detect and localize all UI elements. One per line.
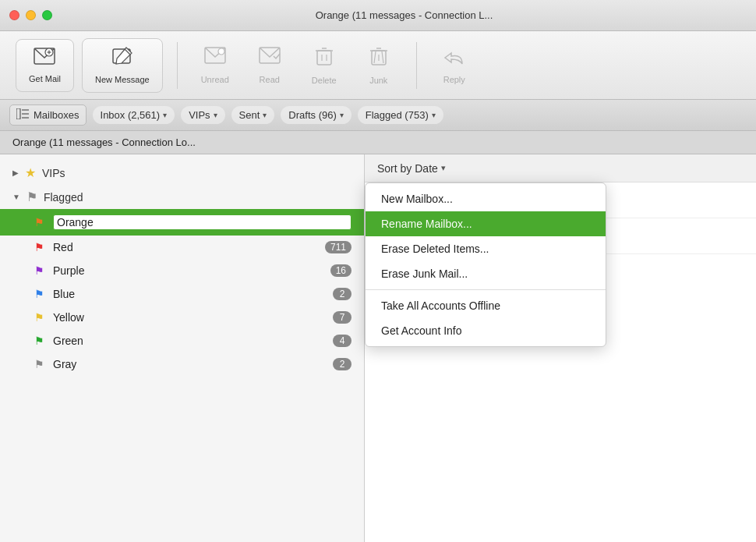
- unread-icon: [204, 47, 226, 70]
- message-list-area: Sort by Date ▾ ⚑ Google Flights Your tra…: [365, 154, 756, 542]
- drafts-pill[interactable]: Drafts (96) ▾: [281, 106, 351, 124]
- vips-triangle-icon: ▶: [12, 168, 19, 177]
- flagged-flag-icon: ⚑: [26, 190, 37, 204]
- green-flag-icon: ⚑: [31, 335, 47, 347]
- unread-label: Unread: [201, 75, 229, 84]
- context-menu-separator: [366, 289, 606, 290]
- vips-section-label: VIPs: [42, 167, 65, 179]
- gray-badge: 2: [333, 358, 352, 370]
- yellow-label: Yellow: [53, 311, 333, 324]
- toolbar-divider-2: [416, 42, 417, 89]
- vips-label: VIPs: [189, 109, 210, 121]
- sort-chevron-icon: ▾: [441, 163, 446, 173]
- sent-pill[interactable]: Sent ▾: [231, 106, 275, 124]
- purple-badge: 16: [330, 264, 352, 277]
- gray-flag-icon: ⚑: [31, 358, 47, 370]
- context-menu-item-get-account-info[interactable]: Get Account Info: [366, 318, 606, 343]
- title-bar: Orange (11 messages - Connection L...: [0, 0, 756, 31]
- sent-label: Sent: [239, 109, 260, 121]
- sidebar-item-gray[interactable]: ⚑ Gray 2: [0, 352, 364, 376]
- svg-line-18: [374, 51, 376, 63]
- toolbar: Get Mail New Message Unread: [0, 31, 756, 100]
- purple-flag-icon: ⚑: [31, 264, 47, 277]
- sent-chevron-icon: ▾: [263, 111, 267, 119]
- read-button[interactable]: Read: [246, 41, 293, 90]
- flagged-label: Flagged (753): [366, 109, 429, 121]
- context-menu-item-erase-junk[interactable]: Erase Junk Mail...: [366, 261, 606, 286]
- red-flag-icon: ⚑: [31, 241, 47, 253]
- yellow-flag-icon: ⚑: [31, 311, 47, 324]
- flagged-triangle-icon: ▼: [12, 193, 20, 201]
- svg-rect-20: [16, 108, 20, 119]
- svg-point-7: [218, 48, 224, 55]
- mailboxes-label: Mailboxes: [34, 109, 79, 121]
- window-title: Orange (11 messages - Connection L...: [62, 9, 747, 21]
- yellow-badge: 7: [333, 311, 352, 324]
- mailbox-bar: Mailboxes Inbox (2,561) ▾ VIPs ▾ Sent ▾ …: [0, 100, 756, 131]
- star-icon: ★: [25, 165, 36, 180]
- red-badge: 711: [325, 241, 352, 253]
- junk-icon: [369, 46, 388, 71]
- toolbar-divider-1: [177, 42, 178, 89]
- reply-label: Reply: [443, 75, 465, 84]
- context-menu-item-rename-mailbox[interactable]: Rename Mailbox...: [366, 211, 606, 236]
- vips-pill[interactable]: VIPs ▾: [181, 106, 224, 124]
- close-button[interactable]: [9, 10, 19, 20]
- sidebar-item-red[interactable]: ⚑ Red 711: [0, 236, 364, 259]
- sort-bar[interactable]: Sort by Date ▾: [365, 154, 756, 182]
- sidebar-item-green[interactable]: ⚑ Green 4: [0, 329, 364, 352]
- sidebar-flagged-header[interactable]: ▼ ⚑ Flagged: [0, 185, 364, 209]
- flagged-section-label: Flagged: [44, 191, 83, 204]
- read-label: Read: [260, 75, 280, 84]
- inbox-pill[interactable]: Inbox (2,561) ▾: [93, 106, 175, 124]
- inbox-chevron-icon: ▾: [163, 111, 167, 119]
- drafts-label: Drafts (96): [288, 109, 336, 121]
- get-mail-button[interactable]: Get Mail: [16, 39, 74, 92]
- flagged-pill[interactable]: Flagged (753) ▾: [358, 106, 443, 124]
- blue-flag-icon: ⚑: [31, 288, 47, 300]
- drafts-chevron-icon: ▾: [340, 111, 344, 119]
- inbox-label: Inbox (2,561): [101, 109, 161, 121]
- new-message-button[interactable]: New Message: [82, 38, 163, 93]
- sidebar: ▶ ★ VIPs ▼ ⚑ Flagged ⚑ ⚑ Red 711 ⚑ Purpl…: [0, 154, 365, 542]
- vips-chevron-icon: ▾: [214, 111, 217, 119]
- sidebar-item-purple[interactable]: ⚑ Purple 16: [0, 259, 364, 282]
- trash-icon: [315, 46, 334, 71]
- context-menu-item-take-offline[interactable]: Take All Accounts Offline: [366, 293, 606, 318]
- minimize-button[interactable]: [26, 10, 36, 20]
- flagged-chevron-icon: ▾: [432, 111, 436, 119]
- sidebar-item-blue[interactable]: ⚑ Blue 2: [0, 282, 364, 306]
- secondary-title: Orange (11 messages - Connection Lo...: [12, 136, 196, 148]
- sidebar-item-yellow[interactable]: ⚑ Yellow 7: [0, 306, 364, 329]
- secondary-bar: Orange (11 messages - Connection Lo...: [0, 131, 756, 154]
- purple-label: Purple: [53, 264, 330, 277]
- junk-button[interactable]: Junk: [355, 40, 402, 91]
- green-label: Green: [53, 335, 333, 347]
- gray-label: Gray: [53, 358, 333, 370]
- reply-icon: [443, 47, 465, 70]
- red-label: Red: [53, 241, 325, 253]
- unread-button[interactable]: Unread: [192, 41, 238, 90]
- context-menu: New Mailbox... Rename Mailbox... Erase D…: [365, 182, 606, 347]
- delete-button[interactable]: Delete: [301, 40, 348, 91]
- maximize-button[interactable]: [42, 10, 52, 20]
- svg-line-19: [382, 51, 383, 63]
- sort-label: Sort by Date: [377, 162, 438, 175]
- main-area: ▶ ★ VIPs ▼ ⚑ Flagged ⚑ ⚑ Red 711 ⚑ Purpl…: [0, 154, 756, 542]
- mailboxes-toggle[interactable]: Mailboxes: [9, 105, 87, 126]
- rename-orange-input[interactable]: [53, 214, 352, 230]
- svg-rect-9: [317, 51, 331, 65]
- context-menu-item-new-mailbox[interactable]: New Mailbox...: [366, 186, 606, 211]
- sidebar-icon: [16, 108, 29, 122]
- context-menu-item-erase-deleted[interactable]: Erase Deleted Items...: [366, 236, 606, 261]
- blue-label: Blue: [53, 288, 333, 300]
- envelope-icon: [34, 48, 55, 69]
- sidebar-vips-header[interactable]: ▶ ★ VIPs: [0, 161, 364, 185]
- junk-label: Junk: [369, 76, 387, 85]
- sidebar-item-orange[interactable]: ⚑: [0, 209, 364, 236]
- reply-button[interactable]: Reply: [431, 41, 478, 90]
- orange-flag-icon: ⚑: [31, 216, 47, 228]
- compose-icon: [112, 47, 132, 70]
- get-mail-label: Get Mail: [29, 74, 61, 83]
- delete-label: Delete: [312, 76, 337, 85]
